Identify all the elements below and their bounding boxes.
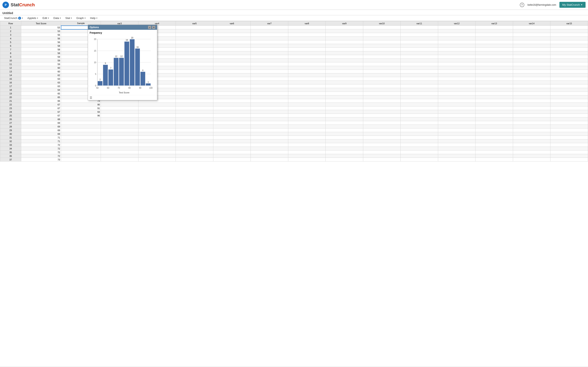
cell-r11-c15[interactable] [550, 62, 588, 66]
cell-r34-c15[interactable] [550, 147, 588, 150]
popup-resize-btn[interactable]: ⤢ [148, 26, 151, 29]
cell-r10-c11[interactable] [401, 59, 438, 62]
cell-r33-c7[interactable] [251, 143, 288, 147]
cell-r36-c7[interactable] [251, 154, 288, 158]
cell-r24-c3[interactable] [101, 110, 138, 114]
cell-r25-c12[interactable] [438, 114, 476, 117]
cell-r36-c1[interactable]: 72 [21, 154, 61, 158]
cell-r14-c6[interactable] [213, 73, 251, 77]
cell-r21-c7[interactable] [251, 99, 288, 103]
cell-r22-c11[interactable] [401, 103, 438, 106]
cell-r10-c14[interactable] [513, 59, 550, 62]
cell-r16-c1[interactable]: 63 [21, 81, 61, 84]
cell-r26-c15[interactable] [550, 117, 588, 121]
cell-r1-c15[interactable] [550, 26, 588, 29]
cell-r27-c4[interactable] [138, 121, 176, 125]
cell-r20-c13[interactable] [476, 95, 513, 99]
cell-r33-c14[interactable] [513, 143, 550, 147]
cell-r29-c14[interactable] [513, 128, 550, 132]
cell-r23-c7[interactable] [251, 106, 288, 110]
cell-r19-c6[interactable] [213, 92, 251, 95]
cell-r24-c5[interactable] [176, 110, 213, 114]
cell-r4-c12[interactable] [438, 37, 476, 40]
cell-r13-c5[interactable] [176, 70, 213, 73]
cell-r13-c13[interactable] [476, 70, 513, 73]
cell-r6-c5[interactable] [176, 44, 213, 48]
cell-r3-c5[interactable] [176, 33, 213, 37]
cell-r7-c5[interactable] [176, 48, 213, 51]
cell-r26-c9[interactable] [326, 117, 363, 121]
cell-r31-c1[interactable]: 71 [21, 136, 61, 140]
cell-r7-c8[interactable] [288, 48, 326, 51]
cell-r28-c14[interactable] [513, 125, 550, 128]
cell-r3-c7[interactable] [251, 33, 288, 37]
cell-r11-c7[interactable] [251, 62, 288, 66]
cell-r9-c9[interactable] [326, 55, 363, 59]
cell-r20-c8[interactable] [288, 95, 326, 99]
cell-r19-c12[interactable] [438, 92, 476, 95]
cell-r16-c12[interactable] [438, 81, 476, 84]
cell-r33-c9[interactable] [326, 143, 363, 147]
cell-r9-c10[interactable] [363, 55, 401, 59]
cell-r21-c15[interactable] [550, 99, 588, 103]
cell-r20-c15[interactable] [550, 95, 588, 99]
cell-r37-c12[interactable] [438, 158, 476, 161]
cell-r4-c11[interactable] [401, 37, 438, 40]
cell-r37-c6[interactable] [213, 158, 251, 161]
cell-r28-c7[interactable] [251, 125, 288, 128]
cell-r32-c6[interactable] [213, 140, 251, 143]
cell-r27-c11[interactable] [401, 121, 438, 125]
cell-r31-c15[interactable] [550, 136, 588, 140]
cell-r31-c6[interactable] [213, 136, 251, 140]
cell-r15-c1[interactable]: 63 [21, 77, 61, 81]
cell-r19-c11[interactable] [401, 92, 438, 95]
cell-r9-c5[interactable] [176, 55, 213, 59]
cell-r2-c15[interactable] [550, 29, 588, 33]
cell-r32-c13[interactable] [476, 140, 513, 143]
cell-r5-c14[interactable] [513, 40, 550, 44]
cell-r32-c10[interactable] [363, 140, 401, 143]
cell-r37-c1[interactable]: 73 [21, 158, 61, 161]
cell-r26-c4[interactable] [138, 117, 176, 121]
cell-r24-c7[interactable] [251, 110, 288, 114]
cell-r22-c4[interactable] [138, 103, 176, 106]
cell-r18-c15[interactable] [550, 88, 588, 92]
cell-r37-c13[interactable] [476, 158, 513, 161]
cell-r32-c9[interactable] [326, 140, 363, 143]
cell-r23-c3[interactable] [101, 106, 138, 110]
cell-r32-c3[interactable] [101, 140, 138, 143]
cell-r1-c14[interactable] [513, 26, 550, 29]
cell-r3-c14[interactable] [513, 33, 550, 37]
cell-r6-c12[interactable] [438, 44, 476, 48]
cell-r11-c10[interactable] [363, 62, 401, 66]
cell-r23-c10[interactable] [363, 106, 401, 110]
cell-r22-c9[interactable] [326, 103, 363, 106]
cell-r12-c15[interactable] [550, 66, 588, 70]
cell-r30-c5[interactable] [176, 132, 213, 136]
menu-data[interactable]: Data ▼ [52, 16, 63, 20]
cell-r20-c11[interactable] [401, 95, 438, 99]
cell-r25-c14[interactable] [513, 114, 550, 117]
cell-r21-c11[interactable] [401, 99, 438, 103]
cell-r27-c10[interactable] [363, 121, 401, 125]
cell-r37-c10[interactable] [363, 158, 401, 161]
cell-r16-c8[interactable] [288, 81, 326, 84]
cell-r12-c7[interactable] [251, 66, 288, 70]
cell-r21-c10[interactable] [363, 99, 401, 103]
cell-r8-c15[interactable] [550, 51, 588, 55]
cell-r22-c6[interactable] [213, 103, 251, 106]
cell-r27-c5[interactable] [176, 121, 213, 125]
cell-r17-c7[interactable] [251, 84, 288, 88]
cell-r33-c15[interactable] [550, 143, 588, 147]
cell-r17-c5[interactable] [176, 84, 213, 88]
cell-r19-c10[interactable] [363, 92, 401, 95]
cell-r26-c8[interactable] [288, 117, 326, 121]
cell-r34-c3[interactable] [101, 147, 138, 150]
cell-r28-c6[interactable] [213, 125, 251, 128]
cell-r11-c5[interactable] [176, 62, 213, 66]
cell-r6-c11[interactable] [401, 44, 438, 48]
cell-r17-c9[interactable] [326, 84, 363, 88]
cell-r7-c14[interactable] [513, 48, 550, 51]
cell-r3-c12[interactable] [438, 33, 476, 37]
cell-r30-c1[interactable]: 69 [21, 132, 61, 136]
